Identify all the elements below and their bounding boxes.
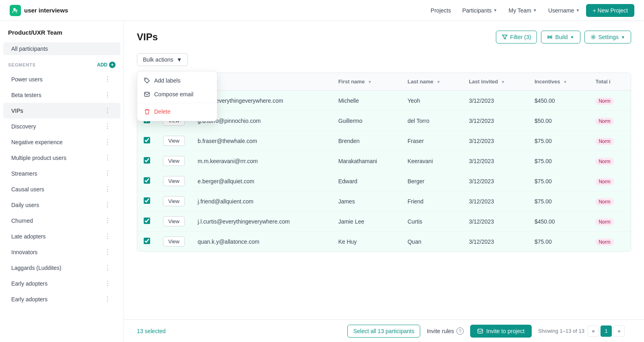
more-icon[interactable]: ⋮ [103,153,112,162]
more-icon[interactable]: ⋮ [103,106,112,115]
filter-icon [502,34,508,40]
pagination-last[interactable]: » [613,325,625,337]
add-segment-button[interactable]: ADD + [97,62,116,68]
more-icon[interactable]: ⋮ [103,200,112,209]
row-checkbox-cell [137,151,157,171]
pagination-info: Showing 1–13 of 13 [538,328,584,334]
bulk-actions-button[interactable]: Bulk actions ▼ [137,53,188,66]
sidebar-item-causal-users[interactable]: Causal users ⋮ [3,181,120,197]
more-icon[interactable]: ⋮ [103,90,112,99]
incentives-sort-icon: ▼ [563,80,567,84]
sidebar-item-vips[interactable]: VIPs ⋮ [3,103,120,118]
topnav-links: Projects Participants ▼ My Team ▼ Userna… [426,4,634,17]
more-icon[interactable]: ⋮ [103,216,112,225]
row-last-invited: 3/12/2023 [462,111,528,131]
logo-text: user interviews [24,7,68,14]
row-checkbox[interactable] [144,238,150,244]
dropdown-add-labels[interactable]: Add labels [137,74,217,87]
my-team-chevron: ▼ [533,8,537,12]
sidebar-item-multiple-product-users[interactable]: Multiple product users ⋮ [3,150,120,166]
settings-chevron: ▼ [621,35,625,39]
row-last-name: Friend [401,191,462,211]
more-icon[interactable]: ⋮ [103,294,112,304]
pagination-current[interactable]: 1 [601,325,612,337]
new-project-button[interactable]: + New Project [586,4,634,17]
nav-projects[interactable]: Projects [426,5,456,16]
sidebar-item-streamers[interactable]: Streamers ⋮ [3,166,120,181]
view-button[interactable]: View [163,136,185,146]
settings-button[interactable]: Settings ▼ [584,31,632,44]
row-action-cell: View [157,151,191,171]
more-icon[interactable]: ⋮ [103,184,112,194]
pagination-first[interactable]: « [588,325,599,337]
sidebar-item-innovators[interactable]: Innovators ⋮ [3,244,120,260]
more-icon[interactable]: ⋮ [103,169,112,178]
view-button[interactable]: View [163,196,185,206]
row-checkbox[interactable] [144,218,150,224]
view-button[interactable]: View [163,236,185,247]
segments-label: SEGMENTS [8,62,36,67]
sidebar-item-label: Negative experience [11,139,63,145]
sidebar-item-negative-experience[interactable]: Negative experience ⋮ [3,134,120,150]
row-checkbox[interactable] [144,197,150,204]
dropdown-compose-email[interactable]: Compose email [137,87,217,101]
row-email: b.fraser@thewhale.com [191,131,332,151]
row-checkbox[interactable] [144,137,150,143]
sidebar-item-label: Late adopters [11,233,46,240]
sidebar-item-label: Early adopters [11,296,47,303]
view-button[interactable]: View [163,216,185,226]
row-checkbox[interactable] [144,157,150,164]
invite-rules[interactable]: Invite rules ? [427,327,464,335]
row-status: Norm [589,171,631,191]
more-icon[interactable]: ⋮ [103,279,112,288]
main-content: VIPs Filter (3) [124,21,644,342]
header-actions: Filter (3) Build ▼ [496,31,631,44]
sidebar-item-late-adopters[interactable]: Late adopters ⋮ [3,228,120,244]
invite-to-project-button[interactable]: Invite to project [470,325,532,338]
nav-my-team[interactable]: My Team ▼ [504,5,542,16]
more-icon[interactable]: ⋮ [103,247,112,257]
dropdown-delete[interactable]: Delete [137,105,217,118]
th-incentives[interactable]: Incentives ▼ [528,73,589,91]
more-icon[interactable]: ⋮ [103,122,112,131]
sidebar-all-participants[interactable]: All participants [3,42,120,55]
view-button[interactable]: View [163,156,185,166]
row-first-name: Marakathamani [332,151,401,171]
sidebar-item-early-adopters-1[interactable]: Early adopters ⋮ [3,276,120,291]
sidebar-item-beta-testers[interactable]: Beta testers ⋮ [3,87,120,103]
sidebar-item-laggards[interactable]: Laggards (Luddites) ⋮ [3,260,120,276]
help-icon: ? [456,327,464,335]
row-action-cell: View [157,131,191,151]
logo[interactable]: user interviews [10,5,68,16]
select-all-button[interactable]: Select all 13 participants [347,325,421,338]
th-first-name[interactable]: First name ▼ [332,73,401,91]
pagination-controls: « 1 » [588,325,625,337]
more-icon[interactable]: ⋮ [103,232,112,241]
more-icon[interactable]: ⋮ [103,137,112,147]
sidebar-item-label: Multiple product users [11,155,66,161]
more-icon[interactable]: ⋮ [103,263,112,272]
row-status: Norm [589,131,631,151]
build-button[interactable]: Build ▼ [541,31,580,44]
svg-point-4 [551,36,552,37]
th-last-invited[interactable]: Last invited ▼ [462,73,528,91]
row-status: Norm [589,111,631,131]
sidebar-item-early-adopters-2[interactable]: Early adopters ⋮ [3,291,120,307]
svg-point-2 [549,36,551,38]
row-last-name: Quan [401,232,462,252]
sidebar-item-daily-users[interactable]: Daily users ⋮ [3,197,120,213]
row-checkbox[interactable] [144,177,150,184]
tag-icon [144,77,150,84]
last-invited-sort-icon: ▼ [501,80,505,84]
nav-participants[interactable]: Participants ▼ [457,5,502,16]
row-status: Norm [589,232,631,252]
filter-button[interactable]: Filter (3) [496,31,537,44]
bulk-actions-dropdown: Add labels Compose email [137,71,217,121]
sidebar-item-discovery[interactable]: Discovery ⋮ [3,118,120,134]
nav-username[interactable]: Username ▼ [543,5,585,16]
more-icon[interactable]: ⋮ [103,75,112,84]
sidebar-item-power-users[interactable]: Power users ⋮ [3,71,120,87]
sidebar-item-churned[interactable]: Churned ⋮ [3,213,120,228]
th-last-name[interactable]: Last name ▼ [401,73,462,91]
view-button[interactable]: View [163,176,185,186]
